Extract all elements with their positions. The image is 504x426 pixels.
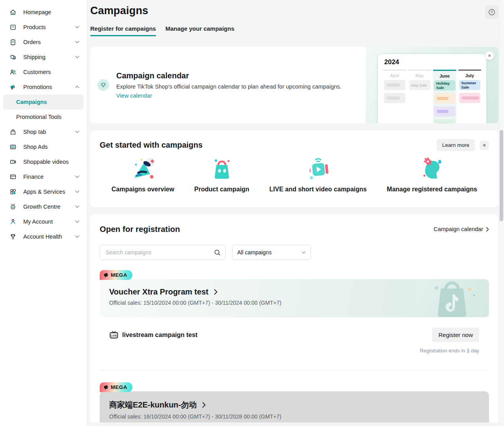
tab-register-for-campaigns[interactable]: Register for campaigns — [90, 25, 156, 36]
shipping-icon — [9, 54, 17, 61]
calendar-chip — [434, 106, 456, 117]
party-popper-illustration — [112, 154, 174, 182]
sidebar-item-shop-tab[interactable]: Shop tab — [0, 124, 87, 139]
calendar-column-april: April — [383, 70, 406, 123]
calendar-chip — [434, 119, 456, 123]
tiktok-bag-illustration — [416, 280, 489, 317]
banner-content: Campaign calendar Explore TikTok Shop's … — [90, 71, 366, 99]
account-health-trophy-icon — [9, 233, 17, 240]
page-header: Campaigns ? — [90, 0, 498, 19]
view-calendar-link[interactable]: View calendar — [116, 93, 342, 99]
card-product-campaign[interactable]: Product campaign — [194, 154, 249, 193]
sidebar-item-shipping[interactable]: Shipping — [0, 50, 87, 65]
campaign-title-link[interactable]: 商家端E2E-kunkun-勿动 — [109, 400, 489, 410]
banner-close-button[interactable]: × — [485, 51, 494, 60]
svg-text:?: ? — [491, 10, 493, 14]
calendar-chip — [384, 80, 405, 90]
campaign-calendar-link[interactable]: Campaign calendar — [433, 226, 489, 232]
scrollbar-thumb[interactable] — [500, 130, 503, 221]
chevron-down-icon — [75, 41, 80, 44]
chevron-down-icon — [75, 190, 80, 193]
sidebar-item-products[interactable]: Products — [0, 20, 87, 35]
sidebar-item-campaigns[interactable]: Campaigns — [3, 94, 84, 109]
chevron-down-icon — [301, 251, 306, 254]
chevron-down-icon — [75, 220, 80, 223]
get-started-title: Get started with campaigns — [100, 141, 437, 150]
sidebar-item-shoppable-videos[interactable]: Shoppable videos — [0, 154, 87, 169]
calendar-chip: Summer Sale — [459, 80, 481, 90]
campaign-item: MEGA Voucher Xtra Program test Official … — [100, 270, 489, 370]
my-account-person-icon — [9, 218, 17, 225]
campaign-calendar-banner: Campaign calendar Explore TikTok Shop's … — [90, 47, 498, 123]
orders-icon — [9, 39, 17, 46]
sidebar-item-apps-services[interactable]: Apps & Services — [0, 184, 87, 199]
banner-title: Campaign calendar — [116, 71, 342, 80]
megaphone-icon — [104, 272, 109, 278]
live-video-illustration — [270, 154, 367, 182]
sidebar-item-finance[interactable]: Finance — [0, 169, 87, 184]
help-button[interactable]: ? — [485, 6, 498, 19]
calendar-illustration: 2024 April May May Sale — [366, 47, 498, 123]
megaphone-icon — [104, 385, 109, 390]
shoppable-videos-icon — [9, 158, 17, 165]
section-title: Open for registration — [100, 224, 180, 234]
chevron-right-icon — [486, 227, 489, 232]
mini-calendar: 2024 April May May Sale — [378, 54, 487, 123]
campaign-filter-dropdown[interactable]: All campaigns — [232, 245, 311, 260]
tab-manage-your-campaigns[interactable]: Manage your campaigns — [166, 25, 234, 36]
sidebar-item-promotions[interactable]: Promotions — [0, 80, 87, 94]
campaign-header-band: 商家端E2E-kunkun-勿动 Official sales: 16/10/2… — [100, 391, 489, 422]
main-content: Campaigns ? Register for campaigns Manag… — [87, 0, 504, 426]
calendar-chip — [459, 93, 481, 103]
chevron-down-icon — [75, 56, 80, 59]
home-icon — [9, 9, 17, 16]
sub-campaign-row: LIVE livestream campaign test Register n… — [100, 328, 489, 342]
chevron-down-icon — [75, 235, 80, 238]
sidebar-item-growth-centre[interactable]: Growth Centre — [0, 199, 87, 214]
growth-centre-medal-icon — [9, 203, 17, 210]
calendar-column-may: May May Sale — [408, 70, 431, 123]
sidebar-item-my-account[interactable]: My Account — [0, 214, 87, 229]
card-live-video-campaigns[interactable]: LIVE and short video campaigns — [270, 154, 367, 193]
campaign-header-band: Voucher Xtra Program test Official sales… — [100, 279, 489, 317]
sidebar-item-homepage[interactable]: Homepage — [0, 5, 87, 20]
sidebar-item-shop-ads[interactable]: AD Shop Ads — [0, 139, 87, 154]
tab-bar: Register for campaigns Manage your campa… — [90, 25, 498, 36]
learn-more-button[interactable]: Learn more — [437, 139, 475, 151]
calendar-column-july: July Summer Sale — [458, 70, 482, 123]
sidebar-item-orders[interactable]: Orders — [0, 35, 87, 50]
shopping-bag-illustration — [194, 154, 249, 182]
get-started-section: Get started with campaigns Learn more × — [90, 130, 498, 207]
calendar-column-june: June Holiday Sale — [433, 70, 456, 123]
divider — [100, 370, 489, 370]
sidebar-item-account-health[interactable]: Account Health — [0, 229, 87, 244]
sidebar-item-customers[interactable]: Customers — [0, 65, 87, 80]
lightbulb-icon — [97, 79, 109, 91]
live-tv-icon: LIVE — [109, 331, 119, 339]
promotions-megaphone-icon — [9, 83, 17, 91]
calendar-year: 2024 — [383, 58, 481, 66]
card-campaigns-overview[interactable]: Campaigns overview — [112, 154, 174, 193]
calendar-chip — [384, 93, 405, 103]
search-input[interactable] — [105, 249, 214, 256]
calendar-chip: Holiday Sale — [434, 80, 456, 91]
sidebar-item-promotional-tools[interactable]: Promotional Tools — [3, 109, 84, 124]
chevron-right-icon — [202, 402, 206, 408]
chevron-right-icon — [214, 289, 218, 295]
chevron-down-icon — [75, 205, 80, 208]
banner-description: Explore TikTok Shop's official campaign … — [116, 83, 342, 90]
sub-campaign-name: livestream campaign test — [122, 332, 197, 339]
campaign-item: MEGA 商家端E2E-kunkun-勿动 Official sales: 16… — [100, 382, 489, 422]
svg-text:AD: AD — [11, 146, 15, 148]
get-started-close-button[interactable]: × — [480, 141, 489, 150]
mega-badge: MEGA — [100, 382, 132, 392]
apps-grid-icon — [9, 188, 17, 195]
card-manage-registered-campaigns[interactable]: Manage registered campaigns — [387, 154, 477, 193]
sidebar: Homepage Products Orders Shipping Custom… — [0, 0, 87, 426]
close-icon: × — [488, 53, 491, 59]
help-icon: ? — [488, 8, 496, 16]
products-icon — [9, 24, 17, 31]
scrollbar-track — [499, 0, 504, 426]
registration-ends-note: Registration ends in 1 day — [100, 348, 489, 354]
register-now-button[interactable]: Register now — [432, 328, 479, 342]
